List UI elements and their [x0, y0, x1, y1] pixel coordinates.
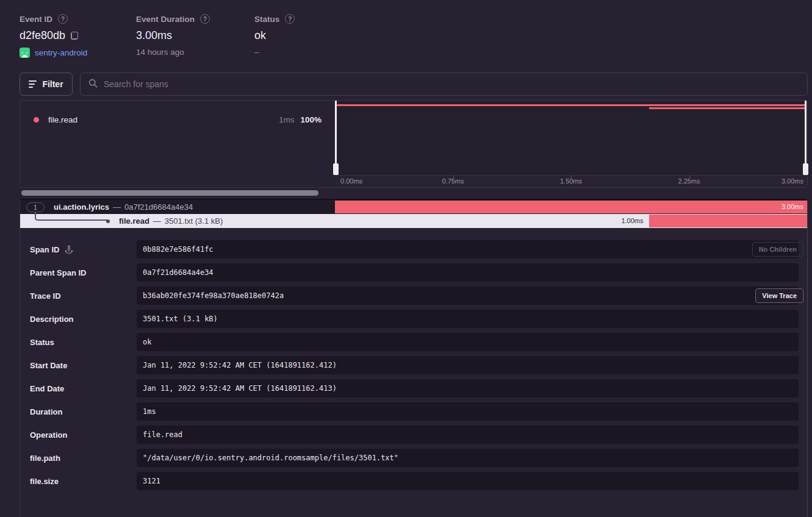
detail-row-file-size: file.size 3121 — [20, 472, 807, 490]
children-count-badge[interactable]: 1 — [26, 202, 45, 212]
trace-view-page: Event ID ? d2fe80db sentry-android Event… — [0, 0, 812, 517]
operations-panel: file.read 1ms 100% — [20, 101, 335, 187]
detail-label: Description — [30, 315, 74, 324]
horizontal-scrollbar-thumb[interactable] — [21, 190, 318, 196]
operation-duration: 1ms — [279, 115, 295, 124]
detail-value: Jan 11, 2022 9:52:42 AM CET (1641891162.… — [137, 379, 799, 398]
status-value: ok — [254, 29, 266, 42]
axis-tick: 3.00ms — [781, 177, 803, 185]
detail-value: 3501.txt (3.1 kB) — [137, 310, 799, 328]
anchor-icon[interactable] — [65, 245, 73, 254]
minimap-left-handle[interactable] — [335, 101, 337, 175]
detail-value: file.read — [137, 426, 799, 444]
span-row-selected[interactable]: file.read — 3501.txt (3.1 kB) 1.00ms — [20, 214, 807, 228]
operation-percent: 100% — [300, 115, 322, 124]
detail-value: 0a7f21d6684a4e34 — [137, 263, 799, 282]
event-id-column: Event ID ? d2fe80db sentry-android — [20, 14, 87, 58]
detail-value: 1ms — [137, 402, 799, 421]
detail-row-trace-id: Trace ID b36ab020fe374fe98a370ae818e0742… — [20, 287, 807, 305]
status-label: Status — [254, 15, 279, 24]
operation-name: file.read — [48, 115, 77, 124]
detail-value: "/data/user/0/io.sentry.android.roomsamp… — [137, 449, 799, 467]
operation-color-dot — [34, 117, 39, 123]
filter-button[interactable]: Filter — [20, 73, 73, 96]
span-op: ui.action.lyrics — [54, 202, 109, 212]
detail-value: ok — [137, 333, 799, 351]
status-column: Status ? ok – — [254, 14, 295, 57]
search-icon — [88, 79, 98, 90]
minimap-span-bar-child — [649, 107, 805, 109]
span-description: 0a7f21d6684a4e34 — [124, 202, 193, 212]
operation-legend-row[interactable]: file.read 1ms 100% — [34, 112, 322, 127]
copy-icon[interactable] — [71, 32, 78, 40]
status-sub: – — [254, 48, 259, 57]
detail-label: Trace ID — [30, 291, 61, 301]
span-separator: — — [113, 202, 121, 212]
detail-row-operation: Operation file.read — [20, 426, 807, 444]
span-duration-bar[interactable] — [649, 215, 807, 227]
detail-label: Operation — [30, 430, 67, 440]
detail-value: b36ab020fe374fe98a370ae818e0742a — [137, 287, 799, 305]
axis-tick: 1.50ms — [560, 177, 582, 185]
help-icon[interactable]: ? — [200, 14, 210, 24]
detail-label: Parent Span ID — [30, 268, 86, 277]
span-description: 3501.txt (3.1 kB) — [165, 216, 223, 226]
span-duration-bar[interactable]: 3.00ms — [335, 201, 807, 213]
minimap-canvas[interactable]: 0.00ms 0.75ms 1.50ms 2.25ms 3.00ms — [335, 101, 807, 187]
detail-value: 0b882e7e586f41fc — [137, 240, 799, 258]
event-duration-value: 3.00ms — [136, 29, 172, 42]
detail-label: End Date — [30, 384, 64, 393]
axis-tick: 2.25ms — [678, 177, 700, 185]
time-axis: 0.00ms 0.75ms 1.50ms 2.25ms 3.00ms — [335, 175, 807, 187]
detail-label: Status — [30, 338, 54, 347]
detail-row-status: Status ok — [20, 333, 807, 351]
detail-label: Duration — [30, 407, 62, 416]
detail-label: file.path — [30, 454, 60, 463]
event-duration-column: Event Duration ? 3.00ms 14 hours ago — [136, 14, 210, 57]
event-id-label-row: Event ID ? — [20, 14, 87, 24]
detail-row-start-date: Start Date Jan 11, 2022 9:52:42 AM CET (… — [20, 356, 807, 374]
filter-button-label: Filter — [42, 79, 63, 89]
no-children-button: No Children — [752, 242, 803, 257]
span-row-parent[interactable]: 1 ui.action.lyrics — 0a7f21d6684a4e34 3.… — [20, 200, 807, 214]
event-id-value: d2fe80db — [20, 29, 65, 42]
help-icon[interactable]: ? — [285, 14, 295, 24]
event-duration-label: Event Duration — [136, 15, 195, 24]
detail-value: Jan 11, 2022 9:52:42 AM CET (1641891162.… — [137, 356, 799, 374]
tree-connector — [35, 212, 108, 221]
android-icon — [20, 48, 30, 58]
filter-icon — [29, 80, 37, 88]
detail-row-parent-span-id: Parent Span ID 0a7f21d6684a4e34 — [20, 263, 807, 282]
span-duration-label: 1.00ms — [621, 214, 643, 228]
minimap-span-bar-parent — [336, 104, 805, 106]
detail-label: file.size — [30, 477, 59, 486]
detail-row-end-date: End Date Jan 11, 2022 9:52:42 AM CET (16… — [20, 379, 807, 398]
event-id-label: Event ID — [20, 15, 52, 24]
span-duration-label: 3.00ms — [781, 201, 803, 213]
detail-row-description: Description 3501.txt (3.1 kB) — [20, 310, 807, 328]
project-link[interactable]: sentry-android — [35, 48, 87, 57]
span-op: file.read — [119, 216, 149, 226]
detail-label: Start Date — [30, 361, 67, 370]
axis-tick: 0.75ms — [442, 177, 464, 185]
tree-leaf-dot — [106, 219, 110, 223]
detail-row-duration: Duration 1ms — [20, 402, 807, 421]
minimap-right-handle[interactable] — [805, 101, 807, 175]
span-search-box — [80, 73, 808, 96]
event-age: 14 hours ago — [136, 48, 184, 57]
view-trace-button[interactable]: View Trace — [755, 288, 803, 303]
detail-row-span-id: Span ID 0b882e7e586f41fc No Children — [20, 240, 807, 258]
detail-label: Span ID — [30, 245, 59, 254]
axis-tick: 0.00ms — [340, 177, 362, 185]
span-details-panel: Span ID 0b882e7e586f41fc No Children Par… — [20, 228, 807, 490]
trace-minimap: file.read 1ms 100% 0.00ms 0.75ms 1.50ms … — [20, 100, 808, 188]
detail-value: 3121 — [137, 472, 799, 490]
search-input[interactable] — [104, 79, 799, 89]
detail-row-file-path: file.path "/data/user/0/io.sentry.androi… — [20, 449, 807, 467]
help-icon[interactable]: ? — [58, 14, 68, 24]
span-tree-and-details: 1 ui.action.lyrics — 0a7f21d6684a4e34 3.… — [20, 199, 808, 517]
span-separator: — — [153, 216, 161, 226]
